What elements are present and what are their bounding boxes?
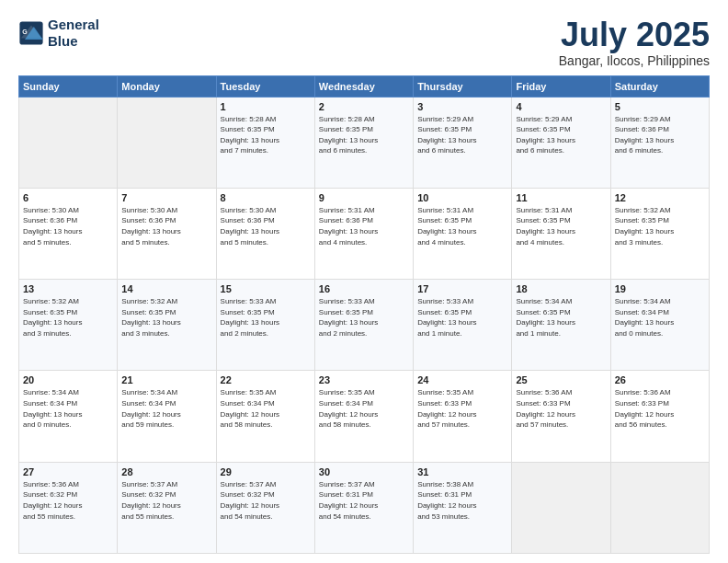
svg-text:G: G <box>22 29 28 35</box>
day-detail: Sunrise: 5:31 AM Sunset: 6:36 PM Dayligh… <box>319 205 409 247</box>
calendar-cell: 30Sunrise: 5:37 AM Sunset: 6:31 PM Dayli… <box>314 462 413 553</box>
day-detail: Sunrise: 5:28 AM Sunset: 6:35 PM Dayligh… <box>221 114 311 156</box>
col-saturday: Saturday <box>610 75 709 97</box>
logo: G General Blue <box>18 17 99 50</box>
day-number: 8 <box>221 192 311 203</box>
day-number: 17 <box>417 283 507 294</box>
calendar-cell: 3Sunrise: 5:29 AM Sunset: 6:35 PM Daylig… <box>414 97 512 188</box>
day-number: 22 <box>221 374 311 385</box>
calendar-cell <box>512 462 610 553</box>
calendar-cell: 27Sunrise: 5:36 AM Sunset: 6:32 PM Dayli… <box>19 462 118 553</box>
day-number: 10 <box>417 192 507 203</box>
day-detail: Sunrise: 5:30 AM Sunset: 6:36 PM Dayligh… <box>23 205 113 247</box>
day-number: 26 <box>615 374 705 385</box>
calendar-page: G General Blue July 2025 Bangar, Ilocos,… <box>0 0 728 563</box>
day-detail: Sunrise: 5:28 AM Sunset: 6:35 PM Dayligh… <box>319 114 409 156</box>
day-detail: Sunrise: 5:32 AM Sunset: 6:35 PM Dayligh… <box>121 296 211 339</box>
calendar-cell: 22Sunrise: 5:35 AM Sunset: 6:34 PM Dayli… <box>216 371 314 462</box>
day-number: 30 <box>319 466 409 477</box>
day-number: 18 <box>516 283 606 294</box>
day-detail: Sunrise: 5:31 AM Sunset: 6:35 PM Dayligh… <box>516 205 606 247</box>
calendar-cell: 12Sunrise: 5:32 AM Sunset: 6:35 PM Dayli… <box>610 188 709 279</box>
day-detail: Sunrise: 5:32 AM Sunset: 6:35 PM Dayligh… <box>615 205 705 247</box>
title-block: July 2025 Bangar, Ilocos, Philippines <box>559 17 710 68</box>
day-detail: Sunrise: 5:36 AM Sunset: 6:33 PM Dayligh… <box>516 387 606 430</box>
day-detail: Sunrise: 5:35 AM Sunset: 6:34 PM Dayligh… <box>221 387 311 430</box>
day-detail: Sunrise: 5:37 AM Sunset: 6:32 PM Dayligh… <box>121 479 211 522</box>
day-detail: Sunrise: 5:30 AM Sunset: 6:36 PM Dayligh… <box>121 205 211 247</box>
calendar-cell: 18Sunrise: 5:34 AM Sunset: 6:35 PM Dayli… <box>512 280 610 371</box>
calendar-cell: 5Sunrise: 5:29 AM Sunset: 6:36 PM Daylig… <box>610 97 709 188</box>
day-number: 6 <box>23 192 113 203</box>
day-detail: Sunrise: 5:34 AM Sunset: 6:34 PM Dayligh… <box>615 296 705 339</box>
col-thursday: Thursday <box>414 75 512 97</box>
calendar-cell: 29Sunrise: 5:37 AM Sunset: 6:32 PM Dayli… <box>216 462 314 553</box>
calendar-cell: 24Sunrise: 5:35 AM Sunset: 6:33 PM Dayli… <box>414 371 512 462</box>
day-detail: Sunrise: 5:33 AM Sunset: 6:35 PM Dayligh… <box>221 296 311 339</box>
day-number: 13 <box>23 283 113 294</box>
day-detail: Sunrise: 5:37 AM Sunset: 6:32 PM Dayligh… <box>221 479 311 522</box>
day-detail: Sunrise: 5:38 AM Sunset: 6:31 PM Dayligh… <box>417 479 507 522</box>
calendar-cell: 14Sunrise: 5:32 AM Sunset: 6:35 PM Dayli… <box>118 280 216 371</box>
day-number: 24 <box>417 374 507 385</box>
calendar-cell: 20Sunrise: 5:34 AM Sunset: 6:34 PM Dayli… <box>19 371 118 462</box>
calendar-cell <box>610 462 709 553</box>
calendar-cell <box>19 97 118 188</box>
calendar-cell: 4Sunrise: 5:29 AM Sunset: 6:35 PM Daylig… <box>512 97 610 188</box>
day-detail: Sunrise: 5:34 AM Sunset: 6:34 PM Dayligh… <box>23 387 113 430</box>
calendar-cell: 6Sunrise: 5:30 AM Sunset: 6:36 PM Daylig… <box>19 188 118 279</box>
day-number: 15 <box>221 283 311 294</box>
calendar-row: 1Sunrise: 5:28 AM Sunset: 6:35 PM Daylig… <box>19 97 710 188</box>
day-detail: Sunrise: 5:36 AM Sunset: 6:33 PM Dayligh… <box>615 387 705 430</box>
calendar-cell: 15Sunrise: 5:33 AM Sunset: 6:35 PM Dayli… <box>216 280 314 371</box>
calendar-cell: 25Sunrise: 5:36 AM Sunset: 6:33 PM Dayli… <box>512 371 610 462</box>
day-detail: Sunrise: 5:31 AM Sunset: 6:35 PM Dayligh… <box>417 205 507 247</box>
day-detail: Sunrise: 5:33 AM Sunset: 6:35 PM Dayligh… <box>417 296 507 339</box>
day-detail: Sunrise: 5:29 AM Sunset: 6:35 PM Dayligh… <box>417 114 507 156</box>
calendar-cell: 26Sunrise: 5:36 AM Sunset: 6:33 PM Dayli… <box>610 371 709 462</box>
day-detail: Sunrise: 5:29 AM Sunset: 6:36 PM Dayligh… <box>615 114 705 156</box>
day-number: 5 <box>615 101 705 112</box>
col-monday: Monday <box>118 75 216 97</box>
calendar-cell: 28Sunrise: 5:37 AM Sunset: 6:32 PM Dayli… <box>118 462 216 553</box>
calendar-cell: 8Sunrise: 5:30 AM Sunset: 6:36 PM Daylig… <box>216 188 314 279</box>
calendar-cell <box>118 97 216 188</box>
day-number: 27 <box>23 466 113 477</box>
day-number: 25 <box>516 374 606 385</box>
col-friday: Friday <box>512 75 610 97</box>
day-detail: Sunrise: 5:35 AM Sunset: 6:33 PM Dayligh… <box>417 387 507 430</box>
col-sunday: Sunday <box>19 75 118 97</box>
calendar-cell: 10Sunrise: 5:31 AM Sunset: 6:35 PM Dayli… <box>414 188 512 279</box>
day-number: 28 <box>121 466 211 477</box>
day-detail: Sunrise: 5:37 AM Sunset: 6:31 PM Dayligh… <box>319 479 409 522</box>
day-number: 11 <box>516 192 606 203</box>
day-detail: Sunrise: 5:35 AM Sunset: 6:34 PM Dayligh… <box>319 387 409 430</box>
calendar-table: Sunday Monday Tuesday Wednesday Thursday… <box>18 75 710 554</box>
header-row: Sunday Monday Tuesday Wednesday Thursday… <box>19 75 710 97</box>
logo-line2: Blue <box>48 33 99 50</box>
calendar-cell: 17Sunrise: 5:33 AM Sunset: 6:35 PM Dayli… <box>414 280 512 371</box>
day-detail: Sunrise: 5:36 AM Sunset: 6:32 PM Dayligh… <box>23 479 113 522</box>
calendar-cell: 23Sunrise: 5:35 AM Sunset: 6:34 PM Dayli… <box>314 371 413 462</box>
calendar-cell: 31Sunrise: 5:38 AM Sunset: 6:31 PM Dayli… <box>414 462 512 553</box>
calendar-cell: 11Sunrise: 5:31 AM Sunset: 6:35 PM Dayli… <box>512 188 610 279</box>
calendar-row: 20Sunrise: 5:34 AM Sunset: 6:34 PM Dayli… <box>19 371 710 462</box>
calendar-cell: 7Sunrise: 5:30 AM Sunset: 6:36 PM Daylig… <box>118 188 216 279</box>
calendar-cell: 2Sunrise: 5:28 AM Sunset: 6:35 PM Daylig… <box>314 97 413 188</box>
location-title: Bangar, Ilocos, Philippines <box>559 53 710 68</box>
day-detail: Sunrise: 5:30 AM Sunset: 6:36 PM Dayligh… <box>221 205 311 247</box>
calendar-row: 27Sunrise: 5:36 AM Sunset: 6:32 PM Dayli… <box>19 462 710 553</box>
calendar-cell: 19Sunrise: 5:34 AM Sunset: 6:34 PM Dayli… <box>610 280 709 371</box>
calendar-cell: 9Sunrise: 5:31 AM Sunset: 6:36 PM Daylig… <box>314 188 413 279</box>
calendar-cell: 1Sunrise: 5:28 AM Sunset: 6:35 PM Daylig… <box>216 97 314 188</box>
day-number: 2 <box>319 101 409 112</box>
calendar-cell: 13Sunrise: 5:32 AM Sunset: 6:35 PM Dayli… <box>19 280 118 371</box>
day-number: 23 <box>319 374 409 385</box>
month-title: July 2025 <box>559 17 710 53</box>
day-detail: Sunrise: 5:33 AM Sunset: 6:35 PM Dayligh… <box>319 296 409 339</box>
day-number: 16 <box>319 283 409 294</box>
day-number: 12 <box>615 192 705 203</box>
day-number: 20 <box>23 374 113 385</box>
day-number: 7 <box>121 192 211 203</box>
calendar-row: 13Sunrise: 5:32 AM Sunset: 6:35 PM Dayli… <box>19 280 710 371</box>
